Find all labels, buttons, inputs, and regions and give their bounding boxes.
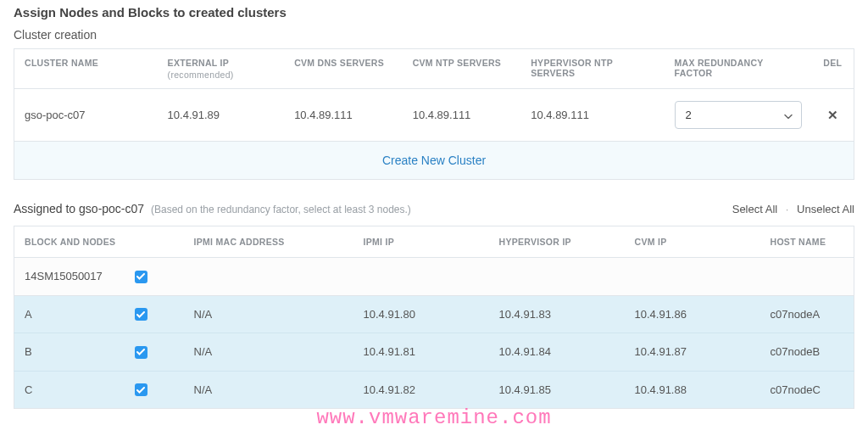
select-all-button[interactable]: Select All [732,203,777,215]
separator-dot: · [786,203,789,215]
node-cvm-ip: 10.4.91.88 [625,371,760,409]
node-letter: B [14,333,125,372]
cluster-cvm-ntp-cell[interactable]: 10.4.89.111 [403,89,521,142]
node-row: BN/A10.4.91.8110.4.91.8410.4.91.87c07nod… [14,333,854,372]
col-ipmi-mac: IPMI MAC ADDRESS [184,226,353,258]
check-icon [136,311,145,318]
node-hyp-ip: 10.4.91.85 [489,371,625,409]
node-ipmi-ip: 10.4.91.80 [353,295,489,333]
col-host-name: HOST NAME [760,226,854,258]
watermark: www.vmwaremine.com [0,406,868,429]
node-ipmi-ip: 10.4.91.82 [353,371,489,409]
col-external-ip-label: EXTERNAL IP [168,58,230,68]
max-redundancy-select[interactable]: 2 [675,101,802,129]
delete-cluster-button[interactable]: ✕ [824,104,842,126]
node-ipmi-mac: N/A [184,333,353,372]
node-host-name: c07nodeB [760,333,854,372]
cluster-hyp-ntp-cell[interactable]: 10.4.89.111 [520,89,664,142]
check-icon [136,387,145,394]
create-new-cluster-button[interactable]: Create New Cluster [382,154,486,167]
col-cvm-ntp: CVM NTP SERVERS [403,49,521,89]
block-row: 14SM15050017 [14,258,854,296]
assigned-hint: (Based on the redundancy factor, select … [151,204,411,215]
assigned-heading: Assigned to gso-poc-c07 (Based on the re… [14,202,411,215]
col-cluster-name: CLUSTER NAME [14,49,158,89]
node-checkbox[interactable] [135,346,147,359]
col-del: DEL [812,49,854,89]
col-ipmi-ip: IPMI IP [353,226,489,258]
max-redundancy-value: 2 [686,109,692,121]
node-hyp-ip: 10.4.91.83 [489,295,625,333]
node-cvm-ip: 10.4.91.87 [625,333,760,372]
col-cvm-ip: CVM IP [625,226,760,258]
cluster-creation-table: CLUSTER NAME EXTERNAL IP (recommended) C… [14,48,854,180]
page-title: Assign Nodes and Blocks to created clust… [14,5,854,20]
close-icon: ✕ [827,108,838,122]
node-letter: A [14,295,125,333]
col-hyp-ntp: HYPERVISOR NTP SERVERS [520,49,664,89]
create-cluster-row: Create New Cluster [14,142,854,180]
cluster-row: gso-poc-c07 10.4.91.89 10.4.89.111 10.4.… [14,89,854,142]
cluster-name-cell[interactable]: gso-poc-c07 [14,89,158,142]
col-external-ip: EXTERNAL IP (recommended) [158,49,285,89]
assigned-cluster-name: gso-poc-c07 [79,202,144,215]
node-host-name: c07nodeC [760,371,854,409]
node-ipmi-mac: N/A [184,371,353,409]
col-hyp-ip: HYPERVISOR IP [489,226,625,258]
node-row: AN/A10.4.91.8010.4.91.8310.4.91.86c07nod… [14,295,854,333]
node-ipmi-ip: 10.4.91.81 [353,333,489,372]
col-block-nodes: BLOCK AND NODES [14,226,184,258]
node-hyp-ip: 10.4.91.84 [489,333,625,372]
node-cvm-ip: 10.4.91.86 [625,295,760,333]
col-external-ip-sub: (recommended) [168,70,275,80]
col-max-red: MAX REDUNDANCY FACTOR [665,49,812,89]
node-ipmi-mac: N/A [184,295,353,333]
node-letter: C [14,371,125,409]
assigned-prefix: Assigned to [14,202,79,215]
check-icon [136,273,145,280]
nodes-table: BLOCK AND NODES IPMI MAC ADDRESS IPMI IP… [14,226,854,409]
col-cvm-dns: CVM DNS SERVERS [284,49,403,89]
cluster-cvm-dns-cell[interactable]: 10.4.89.111 [284,89,403,142]
block-id: 14SM15050017 [14,258,125,296]
node-row: CN/A10.4.91.8210.4.91.8510.4.91.88c07nod… [14,371,854,409]
check-icon [136,349,145,355]
node-checkbox[interactable] [135,383,147,396]
cluster-creation-title: Cluster creation [14,28,854,42]
node-checkbox[interactable] [135,308,147,321]
block-checkbox[interactable] [135,271,147,283]
unselect-all-button[interactable]: Unselect All [797,203,854,215]
chevron-down-icon [784,109,793,121]
cluster-ext-ip-cell[interactable]: 10.4.91.89 [158,89,285,142]
node-host-name: c07nodeA [760,295,854,333]
